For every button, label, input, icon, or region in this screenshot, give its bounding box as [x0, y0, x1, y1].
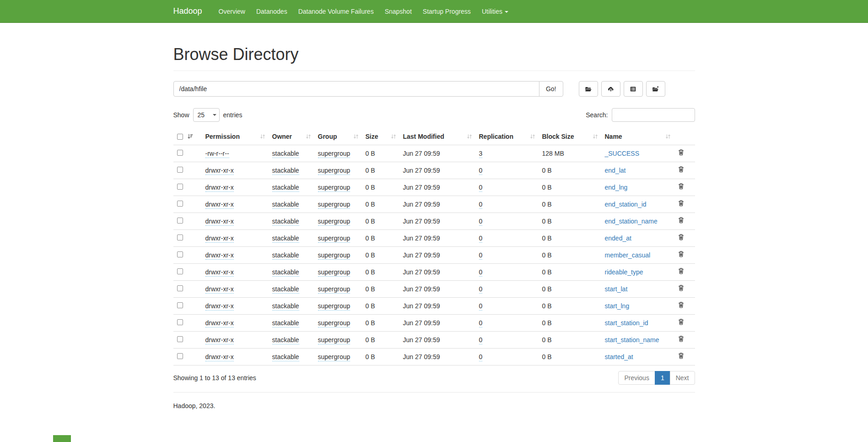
- nav-item-datanodes[interactable]: Datanodes: [251, 1, 293, 22]
- permission-value[interactable]: drwxr-xr-x: [205, 218, 234, 226]
- permission-value[interactable]: drwxr-xr-x: [205, 285, 234, 294]
- file-link[interactable]: member_casual: [605, 251, 651, 259]
- file-link[interactable]: end_station_name: [605, 218, 658, 225]
- file-link[interactable]: started_at: [605, 353, 633, 360]
- owner-value[interactable]: stackable: [272, 353, 299, 361]
- permission-value[interactable]: drwxr-xr-x: [205, 268, 234, 277]
- create-directory-button[interactable]: [579, 81, 598, 97]
- select-all-header[interactable]: [173, 128, 202, 145]
- file-link[interactable]: start_lng: [605, 302, 630, 310]
- column-header-group[interactable]: Group: [314, 128, 362, 145]
- replication-value[interactable]: 0: [479, 218, 483, 226]
- owner-value[interactable]: stackable: [272, 150, 299, 158]
- nav-item-snapshot[interactable]: Snapshot: [379, 1, 417, 22]
- file-link[interactable]: end_station_id: [605, 201, 647, 208]
- file-link[interactable]: end_lng: [605, 184, 628, 191]
- row-checkbox[interactable]: [177, 268, 183, 274]
- permission-value[interactable]: drwxr-xr-x: [205, 201, 234, 209]
- delete-button[interactable]: [678, 149, 685, 156]
- search-input[interactable]: [612, 108, 695, 122]
- group-value[interactable]: supergroup: [318, 353, 350, 361]
- replication-value[interactable]: 0: [479, 167, 483, 175]
- page-size-select[interactable]: 25: [193, 108, 220, 122]
- delete-button[interactable]: [678, 267, 685, 275]
- delete-button[interactable]: [678, 284, 685, 292]
- group-value[interactable]: supergroup: [318, 302, 350, 311]
- column-header-owner[interactable]: Owner: [269, 128, 314, 145]
- group-value[interactable]: supergroup: [318, 218, 350, 226]
- pagination-next-button[interactable]: Next: [670, 371, 695, 385]
- column-header-name[interactable]: Name: [601, 128, 674, 145]
- nav-item-startup-progress[interactable]: Startup Progress: [417, 1, 476, 22]
- select-all-checkbox[interactable]: [177, 134, 183, 140]
- row-checkbox[interactable]: [177, 285, 183, 291]
- permission-value[interactable]: drwxr-xr-x: [205, 336, 234, 344]
- owner-value[interactable]: stackable: [272, 235, 299, 243]
- delete-button[interactable]: [678, 234, 685, 241]
- owner-value[interactable]: stackable: [272, 167, 299, 175]
- row-checkbox[interactable]: [177, 218, 183, 224]
- owner-value[interactable]: stackable: [272, 285, 299, 294]
- owner-value[interactable]: stackable: [272, 319, 299, 327]
- group-value[interactable]: supergroup: [318, 336, 350, 344]
- owner-value[interactable]: stackable: [272, 184, 299, 192]
- owner-value[interactable]: stackable: [272, 218, 299, 226]
- delete-button[interactable]: [678, 183, 685, 190]
- delete-button[interactable]: [678, 166, 685, 173]
- replication-value[interactable]: 0: [479, 353, 483, 361]
- file-link[interactable]: rideable_type: [605, 268, 643, 276]
- pagination-page-1-button[interactable]: 1: [655, 371, 670, 385]
- row-checkbox[interactable]: [177, 150, 183, 156]
- replication-value[interactable]: 0: [479, 201, 483, 209]
- group-value[interactable]: supergroup: [318, 150, 350, 158]
- permission-value[interactable]: drwxr-xr-x: [205, 235, 234, 243]
- file-link[interactable]: ended_at: [605, 235, 631, 242]
- delete-button[interactable]: [678, 335, 685, 343]
- replication-value[interactable]: 0: [479, 285, 483, 294]
- delete-button[interactable]: [678, 301, 685, 309]
- row-checkbox[interactable]: [177, 167, 183, 173]
- file-link[interactable]: end_lat: [605, 167, 626, 174]
- row-checkbox[interactable]: [177, 353, 183, 359]
- delete-button[interactable]: [678, 318, 685, 326]
- column-header-block-size[interactable]: Block Size: [539, 128, 601, 145]
- file-link[interactable]: start_station_id: [605, 319, 648, 327]
- nav-item-utilities-dropdown[interactable]: Utilities: [476, 1, 514, 22]
- file-link[interactable]: _SUCCESS: [605, 150, 639, 157]
- delete-button[interactable]: [678, 352, 685, 360]
- navbar-brand[interactable]: Hadoop: [173, 6, 202, 16]
- replication-value[interactable]: 0: [479, 268, 483, 277]
- delete-button[interactable]: [678, 217, 685, 224]
- owner-value[interactable]: stackable: [272, 336, 299, 344]
- group-value[interactable]: supergroup: [318, 268, 350, 277]
- permission-value[interactable]: drwxr-xr-x: [205, 319, 234, 327]
- row-checkbox[interactable]: [177, 302, 183, 308]
- column-header-size[interactable]: Size: [362, 128, 399, 145]
- row-checkbox[interactable]: [177, 251, 183, 257]
- delete-button[interactable]: [678, 251, 685, 258]
- replication-value[interactable]: 0: [479, 235, 483, 243]
- owner-value[interactable]: stackable: [272, 251, 299, 260]
- owner-value[interactable]: stackable: [272, 302, 299, 311]
- group-value[interactable]: supergroup: [318, 235, 350, 243]
- replication-value[interactable]: 0: [479, 319, 483, 327]
- directory-path-input[interactable]: [173, 81, 539, 97]
- row-checkbox[interactable]: [177, 319, 183, 325]
- column-header-replication[interactable]: Replication: [475, 128, 539, 145]
- move-to-folder-button[interactable]: [646, 81, 665, 97]
- cut-paste-button[interactable]: [624, 81, 643, 97]
- nav-item-datanode-volume-failures[interactable]: Datanode Volume Failures: [293, 1, 379, 22]
- owner-value[interactable]: stackable: [272, 268, 299, 277]
- row-checkbox[interactable]: [177, 184, 183, 190]
- nav-item-overview[interactable]: Overview: [213, 1, 251, 22]
- permission-value[interactable]: drwxr-xr-x: [205, 167, 234, 175]
- column-header-permission[interactable]: Permission: [202, 128, 269, 145]
- row-checkbox[interactable]: [177, 235, 183, 240]
- owner-value[interactable]: stackable: [272, 201, 299, 209]
- file-link[interactable]: start_lat: [605, 285, 628, 293]
- group-value[interactable]: supergroup: [318, 184, 350, 192]
- replication-value[interactable]: 0: [479, 302, 483, 311]
- group-value[interactable]: supergroup: [318, 319, 350, 327]
- permission-value[interactable]: drwxr-xr-x: [205, 353, 234, 361]
- row-checkbox[interactable]: [177, 336, 183, 342]
